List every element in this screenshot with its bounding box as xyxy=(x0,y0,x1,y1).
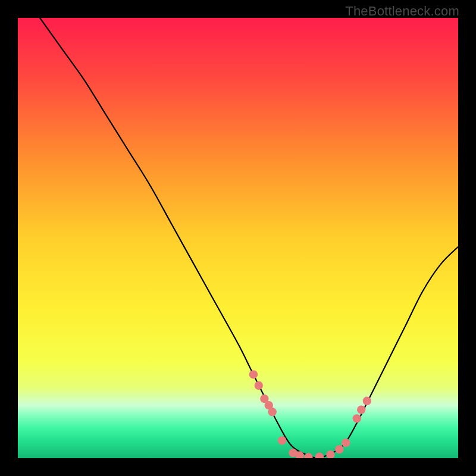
dot xyxy=(249,370,258,378)
dot xyxy=(342,439,350,447)
dot xyxy=(353,414,361,422)
bottleneck-curve xyxy=(40,18,458,458)
dot xyxy=(278,436,286,444)
plot-area xyxy=(18,18,458,458)
highlight-dots xyxy=(249,370,371,458)
dot xyxy=(255,381,263,390)
dot xyxy=(315,453,324,458)
dot xyxy=(268,408,277,416)
dot xyxy=(326,450,334,458)
chart-frame: TheBottleneck.com xyxy=(0,0,476,476)
dot xyxy=(363,397,371,405)
dot xyxy=(357,405,365,414)
dot xyxy=(335,445,343,453)
curve-layer xyxy=(18,18,458,458)
watermark-text: TheBottleneck.com xyxy=(345,4,459,19)
